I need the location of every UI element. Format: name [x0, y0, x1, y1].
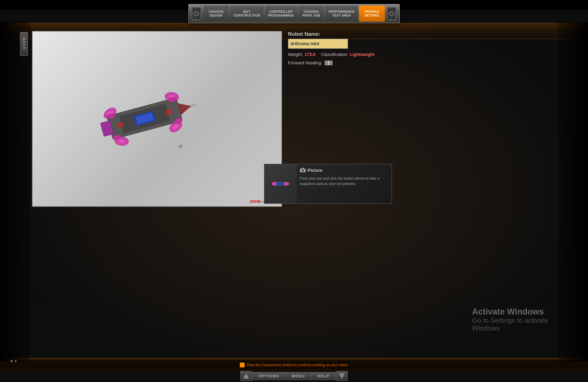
classification-value: Lightweight: [350, 52, 374, 57]
status-bar: Click the Components button to continue …: [0, 360, 588, 370]
svg-point-3: [195, 12, 197, 15]
weight-label: Weight:: [288, 52, 303, 57]
svg-rect-27: [119, 139, 125, 143]
tab-controller-programming[interactable]: CONTROLLER PROGRAMMING: [265, 6, 298, 21]
tab-bot-construction[interactable]: BOT CONSTRUCTION: [230, 6, 264, 21]
back-button[interactable]: BACK: [20, 32, 28, 56]
navigation: CHASSIS DESIGN BOT CONSTRUCTION CONTROLL…: [189, 4, 400, 23]
svg-point-51: [11, 360, 13, 362]
right-gear-decoration: [386, 6, 398, 21]
bottom-nav-right-frame: [336, 371, 348, 381]
robot-name-label: Robot Name:: [288, 31, 408, 37]
robot-3d-view: [75, 69, 215, 169]
picture-panel: Picture Pose your bot and click the butt…: [264, 164, 392, 204]
forward-heading-toggle[interactable]: [325, 60, 333, 65]
svg-point-43: [272, 182, 277, 186]
svg-point-48: [302, 170, 304, 171]
svg-rect-14: [386, 13, 388, 14]
picture-title: Picture: [308, 168, 323, 173]
svg-point-50: [304, 169, 305, 170]
left-gear-decoration: [190, 6, 202, 21]
forward-heading-label: Forward heading:: [288, 60, 322, 66]
corner-decoration: [10, 357, 22, 366]
svg-rect-45: [276, 182, 284, 185]
robot-viewport[interactable]: ZOOM: [32, 31, 282, 207]
svg-marker-34: [190, 103, 197, 108]
picture-title-row: Picture: [300, 167, 388, 173]
svg-rect-5: [195, 19, 196, 20]
bottom-nav-left-frame: [240, 371, 252, 381]
stats-row: Weight: 173.8 Classification: Lightweigh…: [288, 52, 408, 57]
status-message: Click the Components button to continue …: [247, 363, 348, 367]
tab-profile-setting[interactable]: PROFILE SETTING: [359, 6, 385, 21]
tab-performance-test-area[interactable]: PERFORMANCE TEST AREA: [325, 6, 358, 21]
robot-name-input[interactable]: drillruma mk4: [288, 39, 348, 49]
bottom-nav-menu[interactable]: MENU: [285, 372, 311, 380]
svg-rect-13: [391, 19, 392, 20]
picture-info: Picture Pose your bot and click the butt…: [296, 164, 392, 203]
bottom-nav-options[interactable]: OPTIONS: [252, 372, 285, 380]
weight-value: 173.8: [304, 52, 315, 57]
svg-marker-54: [339, 374, 344, 378]
svg-rect-6: [191, 13, 192, 14]
tab-chassis-design[interactable]: CHASSIS DESIGN: [203, 6, 229, 21]
svg-point-11: [390, 12, 393, 15]
svg-rect-15: [396, 13, 397, 14]
activate-windows-title: Activate Windows: [472, 307, 548, 316]
profile-settings-panel: Robot Name: drillruma mk4 Weight: 173.8 …: [288, 31, 408, 70]
classification-label: Classification:: [321, 52, 348, 57]
nav-frame: CHASSIS DESIGN BOT CONSTRUCTION CONTROLL…: [189, 4, 400, 23]
heading-toggle-indicator: [328, 61, 329, 65]
tab-chassis-paint-job[interactable]: CHASSIS PAINT JOB: [298, 6, 324, 21]
camera-icon: [300, 167, 306, 173]
picture-thumbnail: [264, 164, 296, 203]
svg-point-52: [15, 360, 16, 362]
svg-rect-7: [200, 13, 202, 14]
forward-heading-row: Forward heading:: [288, 60, 408, 66]
bottom-nav-help[interactable]: HELP: [311, 372, 336, 380]
svg-rect-49: [302, 168, 304, 169]
bottom-navigation: OPTIONS MENU HELP: [240, 370, 348, 382]
svg-point-44: [284, 182, 289, 186]
activate-windows-subtitle: Go to Settings to activateWindows.: [472, 316, 548, 332]
svg-marker-53: [244, 374, 249, 378]
picture-description: Pose your bot and click the button above…: [300, 176, 388, 187]
svg-rect-12: [391, 7, 392, 8]
status-icon: [240, 363, 245, 367]
left-side-panel: [0, 22, 30, 362]
activate-windows-watermark: Activate Windows Go to Settings to activ…: [472, 307, 548, 332]
right-side-panel: [558, 22, 588, 362]
svg-rect-4: [195, 7, 196, 8]
